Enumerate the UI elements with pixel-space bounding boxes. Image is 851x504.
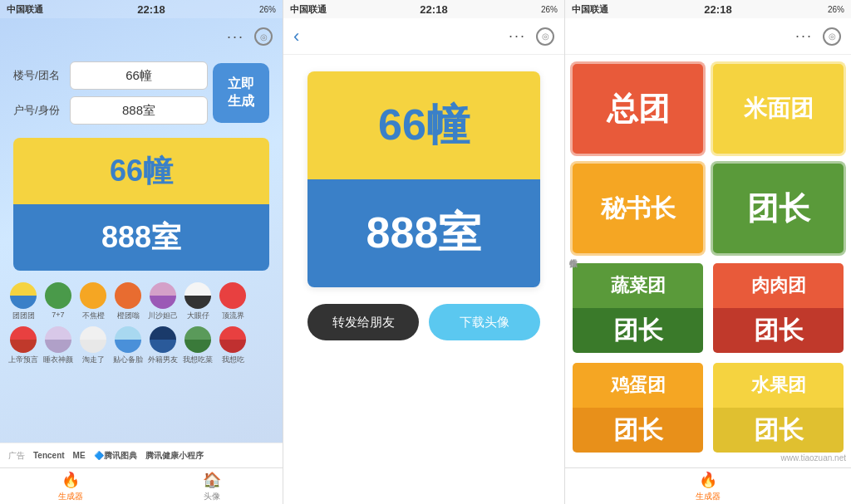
grid-item[interactable]: 团长	[711, 161, 846, 256]
p1-header: ··· ◎	[0, 18, 283, 55]
p3-watermark: www.tiaozuan.net	[781, 453, 846, 462]
status-bar-3: 中国联通 22:18 26%	[565, 0, 851, 18]
p3-grid: 总团米面团秘书长团长蔬菜团团长肉肉团团长鸡蛋团团长水果团团长	[565, 55, 851, 462]
download-button[interactable]: 下载头像	[429, 304, 540, 340]
menu-dots-2[interactable]: ···	[509, 27, 526, 45]
ad-logo-health: 腾讯健康小程序	[145, 450, 204, 462]
swatch-group[interactable]: 上帝预言	[8, 326, 38, 365]
p2-header: ‹ ··· ◎	[283, 18, 564, 55]
grid-item-top: 蔬菜团	[573, 263, 703, 308]
grid-item-bot: 团长	[713, 408, 844, 453]
share-button[interactable]: 转发给朋友	[307, 304, 419, 340]
grid-item-bot: 团长	[573, 308, 703, 353]
p2-actions: 转发给朋友 下载头像	[307, 304, 540, 340]
swatch-label: 外籍男友	[148, 355, 178, 365]
p2-card: 66幢 888室	[307, 71, 540, 287]
time-2: 22:18	[420, 3, 447, 16]
p2-card-top: 66幢	[307, 71, 540, 179]
swatch-group[interactable]: 团团团	[8, 282, 38, 321]
p1-form: 楼号/团名 66幢 户号/身份 888室 立即生成	[0, 55, 283, 131]
grid-item-top: 水果团	[713, 363, 844, 408]
scan-icon-2[interactable]: ◎	[536, 27, 554, 46]
swatch-group[interactable]: 贴心备胎	[113, 326, 143, 365]
swatch-label: 顶流界	[218, 311, 248, 321]
panel-2: 中国联通 22:18 26% ‹ ··· ◎ 66幢 888室 转发给朋友	[283, 0, 565, 504]
swatch-group[interactable]: 橙团嗡	[113, 282, 143, 321]
p1-bottom-nav: 🔥 生成器 🏠 头像	[0, 467, 283, 504]
swatch-circle	[45, 282, 71, 309]
carrier-2: 中国联通	[290, 3, 327, 16]
ad-logo-me: ME	[73, 451, 86, 460]
p2-header-icons: ··· ◎	[509, 27, 554, 46]
grid-item[interactable]: 总团	[570, 61, 706, 156]
swatch-group[interactable]: 我想吃菜	[183, 326, 213, 365]
grid-item[interactable]: 米面团	[711, 61, 846, 156]
unit-input[interactable]: 888室	[70, 96, 208, 125]
p1-swatches: 团团团7+7不焦橙橙团嗡川沙妲己大眼仔顶流界上帝预言睡衣神颜淘走了贴心备胎外籍男…	[0, 277, 283, 367]
swatch-circle	[45, 326, 71, 353]
grid-item-text: 秘书长	[601, 192, 676, 226]
swatch-circle	[184, 326, 211, 353]
grid-item[interactable]: 水果团团长	[711, 360, 846, 455]
swatch-label: 睡衣神颜	[43, 355, 73, 365]
grid-item-text: 米面团	[744, 93, 814, 125]
swatch-circle	[10, 282, 37, 309]
swatch-group[interactable]: 外籍男友	[148, 326, 178, 365]
p3-bottom-nav: 🔥 生成器	[565, 467, 851, 504]
building-input[interactable]: 66幢	[70, 61, 208, 90]
grid-item[interactable]: 秘书长	[570, 161, 706, 256]
swatch-group[interactable]: 川沙妲己	[148, 282, 178, 321]
preview-top: 66幢	[13, 138, 269, 204]
swatch-group[interactable]: 顶流界	[218, 282, 248, 321]
swatch-circle	[115, 326, 141, 353]
swatch-group[interactable]: 大眼仔	[183, 282, 213, 321]
building-row: 楼号/团名 66幢	[13, 61, 208, 90]
back-button[interactable]: ‹	[293, 26, 299, 47]
battery-2: 26%	[541, 5, 558, 14]
fire-icon-3: 🔥	[699, 471, 717, 489]
preview-bot: 888室	[13, 204, 269, 271]
unit-label: 户号/身份	[13, 103, 63, 118]
menu-dots-1[interactable]: ···	[227, 28, 244, 46]
form-rows-inner: 楼号/团名 66幢 户号/身份 888室	[13, 61, 208, 125]
grid-item-bot: 团长	[713, 308, 844, 353]
swatch-group[interactable]: 7+7	[43, 282, 73, 321]
nav-generator-1[interactable]: 🔥 生成器	[0, 468, 141, 504]
nav-avatar-1[interactable]: 🏠 头像	[141, 468, 283, 504]
grid-item[interactable]: 鸡蛋团团长	[570, 360, 706, 455]
swatch-circle	[115, 282, 141, 309]
grid-item-bot: 团长	[573, 408, 703, 453]
swatch-circle	[10, 326, 37, 353]
building-label: 楼号/团名	[13, 68, 63, 83]
grid-item-inner: 水果团团长	[713, 363, 844, 453]
swatch-label: 我想吃	[218, 355, 248, 365]
p1-ad: 广告 Tencent ME 🔷腾讯图典 腾讯健康小程序	[0, 443, 283, 467]
menu-dots-3[interactable]: ···	[795, 27, 813, 45]
swatch-circle	[219, 282, 246, 309]
swatch-group[interactable]: 不焦橙	[78, 282, 108, 321]
generate-button[interactable]: 立即生成	[213, 63, 269, 123]
grid-item-text: 团长	[747, 188, 810, 230]
status-bar-2: 中国联通 22:18 26%	[283, 0, 564, 18]
panel-1: 中国联通 22:18 26% ··· ◎ 楼号/团名 66幢 户号/身份	[0, 0, 283, 504]
status-bar-1: 中国联通 22:18 26%	[0, 0, 283, 18]
grid-item-top: 肉肉团	[713, 263, 844, 308]
scan-icon-3[interactable]: ◎	[823, 27, 841, 46]
swatch-group[interactable]: 我想吃	[218, 326, 248, 365]
fire-icon-1: 🔥	[61, 471, 80, 489]
swatch-label: 上帝预言	[8, 355, 38, 365]
scan-icon-1[interactable]: ◎	[254, 27, 273, 46]
swatch-group[interactable]: 淘走了	[78, 326, 108, 365]
home-icon-1: 🏠	[203, 471, 221, 489]
carrier-1: 中国联通	[7, 3, 43, 16]
grid-item[interactable]: 蔬菜团团长	[570, 261, 706, 355]
swatch-circle	[80, 326, 106, 353]
panel-3: 中国联通 22:18 26% ··· ◎ 长按保存头像 总团米面团秘书长团长蔬菜…	[565, 0, 851, 504]
battery-1: 26%	[259, 5, 276, 14]
swatch-group[interactable]: 睡衣神颜	[43, 326, 73, 365]
grid-item-inner: 鸡蛋团团长	[573, 363, 703, 453]
swatch-label: 大眼仔	[183, 311, 213, 321]
grid-item[interactable]: 肉肉团团长	[711, 261, 846, 355]
swatch-circle	[219, 326, 246, 353]
nav-generator-3[interactable]: 🔥 生成器	[582, 471, 834, 502]
